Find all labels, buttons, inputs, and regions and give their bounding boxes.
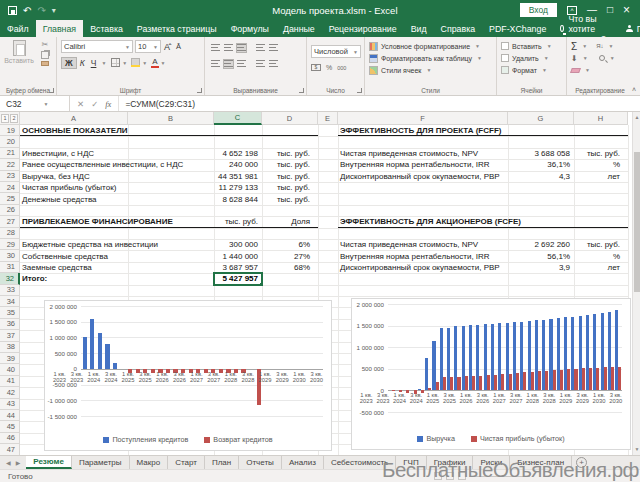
- fill-color-dropdown-icon[interactable]: ▼: [142, 60, 147, 66]
- name-box[interactable]: C32 ▼: [0, 96, 70, 111]
- align-middle-icon[interactable]: [224, 44, 233, 52]
- formula-input[interactable]: =СУММ(C29:C31): [119, 96, 640, 111]
- fcff-label[interactable]: Дисконтированный срок окупаемости, PBP: [338, 172, 508, 181]
- fcff-value[interactable]: 36,1%: [508, 160, 574, 169]
- outline-level-button-2[interactable]: 2: [10, 114, 18, 123]
- percent-format-icon[interactable]: %: [326, 64, 332, 71]
- bold-button[interactable]: Ж: [61, 57, 77, 69]
- cancel-entry-icon[interactable]: ✕: [77, 99, 84, 109]
- alignment-dialog-launcher[interactable]: [299, 88, 304, 93]
- number-dialog-launcher[interactable]: [357, 88, 362, 93]
- row-header-37[interactable]: 37: [0, 330, 20, 341]
- sign-in-button[interactable]: Вход: [520, 3, 557, 17]
- decrease-indent-icon[interactable]: [256, 60, 265, 68]
- menu-tab-Главная[interactable]: Главная: [36, 20, 83, 37]
- menu-tab-Данные[interactable]: Данные: [276, 20, 322, 37]
- row-header-29[interactable]: 29: [0, 239, 20, 250]
- delete-cells-button[interactable]: Удалить▼: [501, 52, 563, 64]
- format-as-table-button[interactable]: Форматировать как таблицу▼: [369, 52, 493, 64]
- paste-button[interactable]: Вставить: [4, 40, 34, 64]
- find-select-icon[interactable]: [599, 55, 605, 61]
- share-button[interactable]: Поделиться: [616, 20, 640, 37]
- fcfe-unit[interactable]: лет: [574, 263, 628, 272]
- row-header-32[interactable]: 32: [0, 273, 20, 284]
- format-painter-icon[interactable]: [41, 61, 49, 66]
- financing-unit[interactable]: 68%: [262, 263, 318, 272]
- sheet-nav-left-icon[interactable]: ◀: [6, 459, 11, 466]
- main-indicators-label[interactable]: Ранее осуществленные инвестиции, с НДС: [20, 160, 214, 169]
- scrollbar-thumb[interactable]: [634, 152, 640, 292]
- row-header-35[interactable]: 35: [0, 307, 20, 318]
- main-indicators-value[interactable]: 4 652 198: [214, 149, 262, 158]
- legend-item[interactable]: Выручка: [417, 434, 455, 443]
- font-color-icon[interactable]: А: [151, 58, 158, 68]
- autosum-icon[interactable]: Σ: [571, 41, 577, 52]
- row-header-19[interactable]: 19: [0, 125, 20, 136]
- financing-value[interactable]: 300 000: [214, 240, 262, 249]
- active-cell-C32[interactable]: 5 427 957: [213, 272, 263, 285]
- column-header-F[interactable]: F: [338, 112, 508, 125]
- fcfe-label[interactable]: Дисконтированный срок окупаемости, PBP: [338, 263, 508, 272]
- sheet-tab-План[interactable]: План: [205, 456, 239, 469]
- row-header-41[interactable]: 41: [0, 376, 20, 387]
- borders-dropdown-icon[interactable]: ▼: [122, 60, 127, 66]
- fill-color-icon[interactable]: [131, 58, 140, 67]
- insert-function-icon[interactable]: fx: [105, 99, 111, 109]
- orientation-icon[interactable]: [256, 44, 265, 52]
- row-header-46[interactable]: 46: [0, 433, 20, 444]
- number-format-combo[interactable]: Числовой▼: [311, 45, 361, 58]
- align-left-icon[interactable]: [211, 60, 220, 68]
- main-indicators-unit[interactable]: тыс. руб.: [262, 149, 318, 158]
- sheet-nav-right-icon[interactable]: ▶: [16, 459, 21, 466]
- column-header-E[interactable]: E: [318, 112, 338, 125]
- row-header-33[interactable]: 33: [0, 285, 20, 296]
- fcff-label[interactable]: Внутренняя норма рентабельности, IRR: [338, 160, 508, 169]
- currency-format-icon[interactable]: $: [311, 64, 321, 71]
- borders-icon[interactable]: [111, 58, 120, 67]
- row-header-27[interactable]: 27: [0, 216, 20, 227]
- row-header-39[interactable]: 39: [0, 353, 20, 364]
- column-header-D[interactable]: D: [262, 112, 318, 125]
- sort-filter-icon[interactable]: Я↓: [596, 43, 603, 49]
- row-header-24[interactable]: 24: [0, 182, 20, 193]
- align-top-icon[interactable]: [211, 44, 220, 52]
- row-header-22[interactable]: 22: [0, 159, 20, 170]
- column-header-B[interactable]: B: [128, 112, 214, 125]
- column-header-A[interactable]: A: [20, 112, 128, 125]
- row-header-31[interactable]: 31: [0, 262, 20, 273]
- sheet-tab-Резюме[interactable]: Резюме: [26, 456, 72, 469]
- cut-icon[interactable]: ✂: [41, 40, 49, 49]
- row-header-26[interactable]: 26: [0, 205, 20, 216]
- fcff-unit[interactable]: лет: [574, 172, 628, 181]
- menu-tab-Вставка[interactable]: Вставка: [83, 20, 130, 37]
- save-icon[interactable]: [8, 6, 17, 15]
- select-all-corner[interactable]: 12: [0, 112, 20, 125]
- row-header-44[interactable]: 44: [0, 410, 20, 421]
- clipboard-dialog-launcher[interactable]: [49, 88, 54, 93]
- menu-tab-Файл[interactable]: Файл: [0, 20, 36, 37]
- insert-cells-button[interactable]: Вставить▼: [501, 40, 563, 52]
- row-header-38[interactable]: 38: [0, 342, 20, 353]
- main-indicators-unit[interactable]: тыс. руб.: [262, 160, 318, 169]
- fcfe-value[interactable]: 3,9: [508, 263, 574, 272]
- fcfe-unit[interactable]: %: [574, 252, 628, 261]
- cell-styles-button[interactable]: Стили ячеек▼: [369, 64, 493, 76]
- row-header-21[interactable]: 21: [0, 148, 20, 159]
- qat-customize-icon[interactable]: ▾: [52, 6, 56, 15]
- close-button[interactable]: ×: [623, 1, 630, 19]
- row-header-23[interactable]: 23: [0, 171, 20, 182]
- grow-font-icon[interactable]: А̂: [161, 41, 173, 53]
- financing-unit[interactable]: 27%: [262, 252, 318, 261]
- main-indicators-value[interactable]: 44 351 981: [214, 172, 262, 181]
- fcfe-value[interactable]: 2 692 260: [508, 240, 574, 249]
- fcfe-label[interactable]: Чистая приведенная стоимость, NPV: [338, 240, 508, 249]
- font-dialog-launcher[interactable]: [197, 88, 202, 93]
- font-color-dropdown-icon[interactable]: ▼: [161, 60, 166, 66]
- sheet-tab-Отчеты[interactable]: Отчеты: [239, 456, 282, 469]
- main-indicators-value[interactable]: 11 279 133: [214, 183, 262, 192]
- fcfe-label[interactable]: Внутренняя норма рентабельности, IRR: [338, 252, 508, 261]
- main-indicators-label[interactable]: Денежные средства: [20, 195, 214, 204]
- main-indicators-unit[interactable]: тыс. руб.: [262, 172, 318, 181]
- font-size-combo[interactable]: 10▼: [135, 40, 161, 53]
- financing-label[interactable]: Бюджетные средства на инвестиции: [20, 240, 214, 249]
